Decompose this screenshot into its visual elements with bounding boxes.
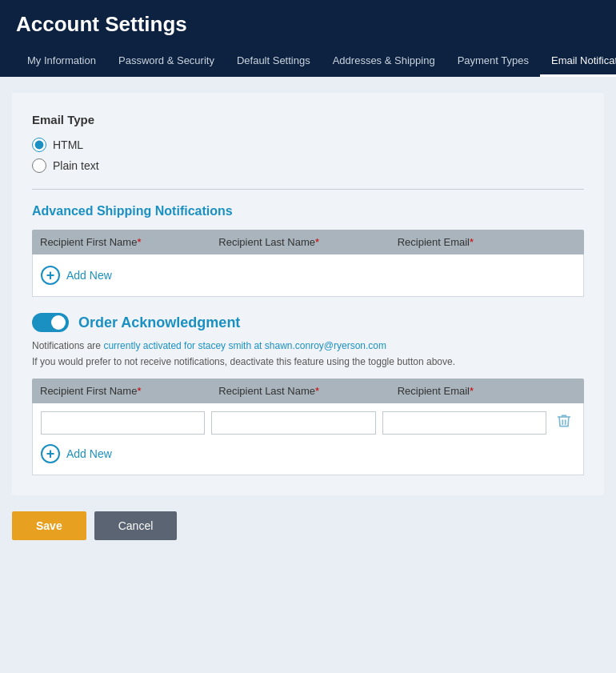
tab-email-notifications[interactable]: Email Notifications <box>540 48 616 77</box>
toggle-slider <box>32 313 69 332</box>
order-ack-add-icon[interactable]: + <box>41 444 60 463</box>
order-ack-table-header: Recipient First Name* Recipient Last Nam… <box>32 379 584 403</box>
order-ack-firstname-input[interactable] <box>41 411 205 435</box>
advanced-shipping-table-body: + Add New <box>32 254 584 297</box>
tab-addresses-shipping[interactable]: Addresses & Shipping <box>322 48 446 77</box>
order-ack-table-body: + Add New <box>32 403 584 475</box>
advanced-shipping-title: Advanced Shipping Notifications <box>32 204 584 218</box>
notification-info-1: Notifications are currently activated fo… <box>32 339 584 353</box>
order-ack-col-email: Recipient Email* <box>398 385 576 397</box>
advanced-shipping-add-icon[interactable]: + <box>41 266 60 285</box>
tab-payment-types[interactable]: Payment Types <box>446 48 540 77</box>
advanced-shipping-table-header: Recipient First Name* Recipient Last Nam… <box>32 230 584 254</box>
email-type-radio-group: HTML Plain text <box>32 138 584 173</box>
action-buttons: Save Cancel <box>12 511 604 540</box>
advanced-shipping-add-label[interactable]: Add New <box>66 269 112 282</box>
email-type-plaintext-radio[interactable] <box>32 158 46 173</box>
notification-deactivate-text: If you would prefer to not receive notif… <box>32 356 584 367</box>
advanced-shipping-col-email: Recipient Email* <box>398 236 576 248</box>
order-ack-delete-button[interactable] <box>553 413 575 433</box>
advanced-shipping-col-lastname: Recipient Last Name* <box>218 236 397 248</box>
order-ack-add-label[interactable]: Add New <box>66 447 112 460</box>
tab-default-settings[interactable]: Default Settings <box>226 48 322 77</box>
order-acknowledgment-section: Order Acknowledgment Notifications are c… <box>32 313 584 475</box>
order-ack-lastname-input[interactable] <box>211 411 375 435</box>
main-content: Email Type HTML Plain text Advanced Ship… <box>0 77 616 556</box>
email-type-html-label[interactable]: HTML <box>32 138 584 152</box>
order-ack-email-input[interactable] <box>382 411 546 435</box>
order-acknowledgment-header: Order Acknowledgment <box>32 313 584 332</box>
navigation: My Information Password & Security Defau… <box>16 48 600 77</box>
email-type-plaintext-text: Plain text <box>53 159 99 172</box>
settings-card: Email Type HTML Plain text Advanced Ship… <box>12 93 604 495</box>
order-ack-firstname-cell <box>41 411 205 435</box>
email-type-html-radio[interactable] <box>32 138 46 152</box>
cancel-button[interactable]: Cancel <box>94 511 178 540</box>
email-type-html-text: HTML <box>53 138 83 151</box>
order-ack-col-firstname: Recipient First Name* <box>40 385 218 397</box>
order-ack-input-row <box>41 411 575 435</box>
header: Account Settings My Information Password… <box>0 0 616 77</box>
save-button[interactable]: Save <box>12 511 86 540</box>
order-acknowledgment-toggle[interactable] <box>32 313 69 332</box>
tab-password-security[interactable]: Password & Security <box>107 48 226 77</box>
email-type-title: Email Type <box>32 113 584 126</box>
order-ack-add-new-row: + Add New <box>41 441 575 467</box>
order-acknowledgment-title: Order Acknowledgment <box>78 314 240 331</box>
tab-my-information[interactable]: My Information <box>16 48 107 77</box>
advanced-shipping-col-firstname: Recipient First Name* <box>40 236 218 248</box>
email-type-plaintext-label[interactable]: Plain text <box>32 158 584 173</box>
order-acknowledgment-table: Recipient First Name* Recipient Last Nam… <box>32 379 584 475</box>
order-ack-col-lastname: Recipient Last Name* <box>218 385 397 397</box>
page-title: Account Settings <box>16 12 600 37</box>
advanced-shipping-table: Recipient First Name* Recipient Last Nam… <box>32 230 584 297</box>
order-ack-email-cell <box>382 411 546 435</box>
divider-1 <box>32 189 584 190</box>
order-ack-lastname-cell <box>211 411 375 435</box>
advanced-shipping-add-new-row: + Add New <box>41 262 575 288</box>
